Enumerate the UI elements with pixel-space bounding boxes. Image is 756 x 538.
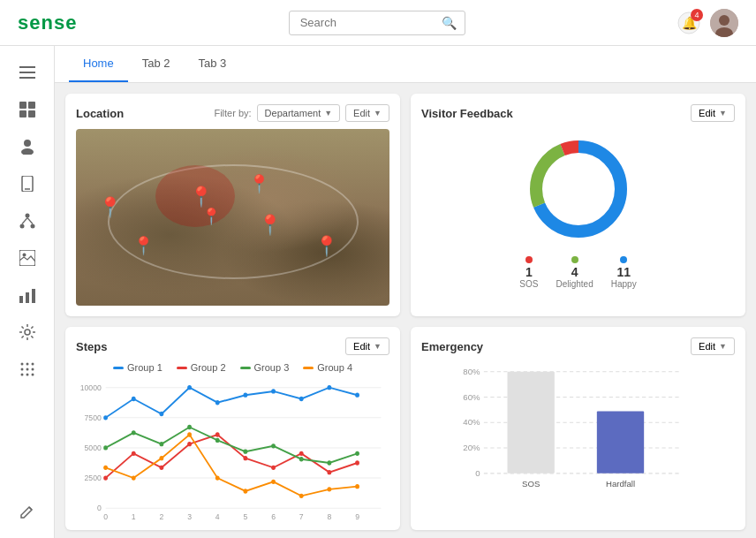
happy-count: 11 bbox=[616, 265, 631, 279]
map-pin-orange-2: 📍 bbox=[248, 173, 270, 194]
location-title: Location bbox=[76, 107, 214, 120]
svg-point-64 bbox=[160, 412, 164, 416]
steps-edit-dropdown[interactable]: Edit ▼ bbox=[345, 337, 389, 355]
group3-label: Group 3 bbox=[254, 362, 290, 373]
feedback-legend: 1 SOS 4 Delighted 11 Happy bbox=[421, 256, 735, 289]
sidebar-item-chart[interactable] bbox=[10, 279, 45, 311]
svg-point-65 bbox=[187, 385, 192, 390]
svg-point-68 bbox=[271, 389, 276, 393]
legend-delighted: 4 Delighted bbox=[556, 256, 593, 289]
svg-rect-113 bbox=[597, 411, 644, 473]
svg-point-28 bbox=[26, 363, 28, 366]
svg-rect-24 bbox=[26, 292, 29, 303]
svg-point-70 bbox=[327, 385, 331, 390]
notification-badge: 4 bbox=[691, 9, 703, 21]
sidebar-item-user[interactable] bbox=[10, 131, 45, 163]
filter-label: Filter by: bbox=[214, 108, 251, 118]
sidebar-item-settings[interactable] bbox=[10, 316, 45, 348]
notification-icon[interactable]: 🔔 4 bbox=[677, 11, 701, 35]
svg-point-62 bbox=[103, 415, 108, 420]
donut-area bbox=[421, 129, 735, 249]
svg-point-26 bbox=[25, 330, 30, 335]
svg-point-97 bbox=[243, 489, 247, 493]
tab-2[interactable]: Tab 2 bbox=[128, 46, 185, 82]
svg-point-67 bbox=[243, 393, 247, 398]
emergency-chart-area: 80% 60% 40% 20% 0 SOS Hardfall bbox=[421, 362, 735, 504]
svg-point-34 bbox=[26, 374, 28, 376]
emergency-bar-chart: 80% 60% 40% 20% 0 SOS Hardfall bbox=[421, 362, 735, 504]
tab-home[interactable]: Home bbox=[69, 46, 128, 82]
feedback-title: Visitor Feedback bbox=[421, 107, 691, 120]
svg-point-17 bbox=[19, 224, 24, 229]
dashboard: Location Filter by: Departament ▼ Edit ▼ bbox=[55, 83, 756, 538]
svg-text:7500: 7500 bbox=[85, 413, 102, 423]
svg-point-75 bbox=[187, 442, 192, 446]
sos-label: SOS bbox=[519, 279, 538, 289]
search-icon: 🔍 bbox=[442, 16, 457, 30]
svg-rect-10 bbox=[19, 110, 26, 117]
feedback-card-header: Visitor Feedback Edit ▼ bbox=[421, 104, 735, 122]
svg-text:1: 1 bbox=[132, 512, 136, 519]
emergency-edit-dropdown[interactable]: Edit ▼ bbox=[691, 337, 735, 355]
svg-line-20 bbox=[27, 218, 33, 224]
sidebar-item-dashboard[interactable] bbox=[10, 94, 45, 125]
svg-text:6: 6 bbox=[271, 512, 276, 519]
svg-text:10000: 10000 bbox=[80, 383, 102, 392]
logo: sense bbox=[18, 11, 77, 34]
svg-text:80%: 80% bbox=[463, 367, 480, 376]
sidebar-item-grid[interactable] bbox=[10, 353, 45, 385]
svg-point-89 bbox=[299, 457, 304, 461]
group4-label: Group 4 bbox=[317, 362, 352, 373]
sidebar bbox=[0, 46, 55, 538]
svg-point-73 bbox=[132, 451, 136, 456]
svg-rect-25 bbox=[32, 289, 35, 303]
sidebar-item-gallery[interactable] bbox=[10, 242, 45, 274]
department-dropdown[interactable]: Departament ▼ bbox=[257, 104, 341, 122]
happy-label: Happy bbox=[611, 279, 637, 289]
sidebar-item-edit[interactable] bbox=[10, 496, 45, 527]
svg-text:5000: 5000 bbox=[85, 443, 102, 453]
steps-title: Steps bbox=[76, 340, 345, 353]
legend-group4: Group 4 bbox=[303, 362, 352, 373]
map-pin-red-1: 📍 bbox=[189, 186, 213, 208]
steps-legend: Group 1 Group 2 Group 3 Group 4 bbox=[76, 362, 389, 373]
group1-label: Group 1 bbox=[127, 362, 163, 373]
location-card: Location Filter by: Departament ▼ Edit ▼ bbox=[65, 94, 400, 316]
search-bar[interactable]: 🔍 bbox=[289, 11, 465, 35]
svg-point-82 bbox=[103, 445, 108, 450]
svg-point-22 bbox=[22, 254, 26, 257]
svg-line-36 bbox=[29, 507, 32, 510]
emergency-title: Emergency bbox=[421, 340, 691, 353]
sidebar-item-tablet[interactable] bbox=[10, 168, 45, 200]
svg-line-19 bbox=[22, 218, 27, 224]
svg-text:60%: 60% bbox=[463, 392, 480, 402]
feedback-edit-dropdown[interactable]: Edit ▼ bbox=[691, 104, 735, 122]
group2-line bbox=[177, 367, 187, 369]
search-input[interactable] bbox=[300, 16, 442, 29]
svg-text:7: 7 bbox=[299, 512, 304, 519]
group3-line bbox=[240, 367, 251, 369]
map-container: 📍 📍 📍 📍 📍 📍 📍 bbox=[76, 129, 389, 306]
svg-text:20%: 20% bbox=[463, 443, 480, 452]
sidebar-item-hierarchy[interactable] bbox=[10, 205, 45, 237]
avatar[interactable] bbox=[710, 9, 738, 37]
svg-point-84 bbox=[160, 442, 164, 446]
svg-point-3 bbox=[719, 15, 730, 26]
location-edit-dropdown[interactable]: Edit ▼ bbox=[345, 104, 389, 122]
svg-point-76 bbox=[215, 432, 220, 436]
tab-3[interactable]: Tab 3 bbox=[185, 46, 241, 82]
svg-text:8: 8 bbox=[327, 512, 331, 519]
svg-text:2500: 2500 bbox=[85, 474, 102, 483]
svg-point-79 bbox=[299, 451, 304, 456]
svg-point-98 bbox=[271, 480, 276, 484]
delighted-count: 4 bbox=[571, 265, 578, 279]
svg-text:0: 0 bbox=[475, 468, 480, 478]
svg-point-88 bbox=[271, 443, 276, 448]
svg-rect-23 bbox=[19, 296, 23, 303]
sidebar-item-menu[interactable] bbox=[10, 57, 45, 88]
emergency-card: Emergency Edit ▼ bbox=[411, 327, 745, 530]
svg-text:9: 9 bbox=[355, 512, 359, 519]
map-pin-orange-3: 📍 bbox=[258, 214, 282, 237]
svg-point-91 bbox=[355, 451, 359, 456]
svg-point-92 bbox=[103, 466, 108, 470]
